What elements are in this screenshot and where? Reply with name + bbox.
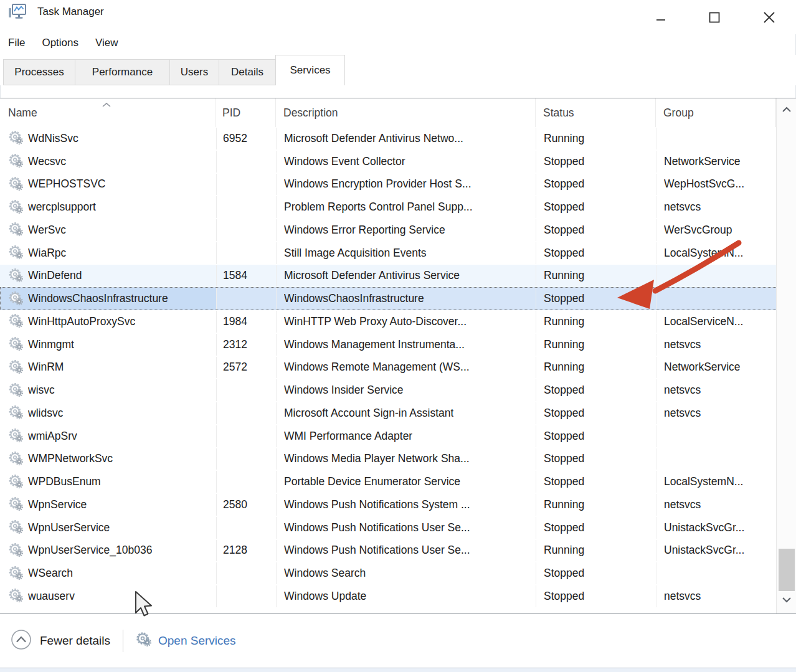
service-description: Portable Device Enumerator Service bbox=[284, 475, 460, 488]
table-row[interactable]: WMPNetworkSvc Windows Media Player Netwo… bbox=[0, 448, 796, 471]
menu-item-view[interactable]: View bbox=[95, 37, 118, 49]
open-services-label: Open Services bbox=[158, 634, 236, 648]
table-row[interactable]: WEPHOSTSVC Windows Encryption Provider H… bbox=[0, 173, 796, 196]
table-row[interactable]: WdNisSvc 6952 Microsoft Defender Antivir… bbox=[0, 127, 796, 150]
minimize-button[interactable] bbox=[647, 5, 675, 30]
service-description: WMI Performance Adapter bbox=[284, 430, 412, 443]
service-group: NetworkService bbox=[664, 155, 741, 168]
tab-details[interactable]: Details bbox=[219, 59, 276, 85]
fewer-details-button[interactable]: Fewer details bbox=[11, 629, 110, 653]
service-name: WinHttpAutoProxySvc bbox=[28, 315, 135, 328]
tab-users[interactable]: Users bbox=[169, 59, 219, 85]
service-group: netsvcs bbox=[664, 384, 701, 397]
window-title: Task Manager bbox=[37, 6, 104, 18]
service-name: wmiApSrv bbox=[28, 430, 77, 443]
service-gear-icon bbox=[9, 200, 24, 215]
table-row[interactable]: WiaRpc Still Image Acquisition Events St… bbox=[0, 242, 796, 265]
service-name: wlidsvc bbox=[28, 407, 63, 420]
service-name: WerSvc bbox=[28, 224, 66, 237]
close-icon bbox=[762, 10, 777, 25]
fewer-details-label: Fewer details bbox=[40, 634, 110, 648]
service-description: WinHTTP Web Proxy Auto-Discover... bbox=[284, 315, 467, 328]
menu-item-file[interactable]: File bbox=[8, 37, 25, 49]
table-row[interactable]: WindowsChaosInfrastructure WindowsChaosI… bbox=[0, 287, 796, 310]
table-row[interactable]: Winmgmt 2312 Windows Management Instrume… bbox=[0, 333, 796, 356]
service-gear-icon bbox=[9, 245, 24, 260]
service-description: Windows Push Notifications System ... bbox=[284, 498, 470, 511]
table-row[interactable]: WinDefend 1584 Microsoft Defender Antivi… bbox=[0, 265, 796, 288]
service-status: Stopped bbox=[544, 521, 584, 534]
services-table: Name PID Description Status Group WdNisS… bbox=[0, 98, 796, 613]
service-gear-icon bbox=[9, 405, 24, 420]
table-row[interactable]: wisvc Windows Insider Service Stopped ne… bbox=[0, 379, 796, 402]
open-services-link[interactable]: Open Services bbox=[136, 632, 236, 651]
table-row[interactable]: WinRM 2572 Windows Remote Management (WS… bbox=[0, 356, 796, 379]
tab-processes[interactable]: Processes bbox=[3, 59, 75, 85]
vertical-scrollbar[interactable] bbox=[776, 98, 796, 613]
table-row[interactable]: WpnUserService_10b036 2128 Windows Push … bbox=[0, 539, 796, 562]
service-group: netsvcs bbox=[664, 590, 701, 603]
service-description: Microsoft Defender Antivirus Netwo... bbox=[284, 132, 463, 145]
table-row[interactable]: WSearch Windows Search Stopped bbox=[0, 562, 796, 585]
service-description: Microsoft Account Sign-in Assistant bbox=[284, 407, 453, 420]
service-description: Microsoft Defender Antivirus Service bbox=[284, 269, 460, 282]
table-row[interactable]: Wecsvc Windows Event Collector Stopped N… bbox=[0, 150, 796, 173]
service-status: Running bbox=[544, 361, 584, 374]
table-row[interactable]: WerSvc Windows Error Reporting Service S… bbox=[0, 219, 796, 242]
tab-services[interactable]: Services bbox=[275, 55, 345, 85]
service-status: Stopped bbox=[544, 224, 584, 237]
service-group: LocalServiceN... bbox=[664, 315, 743, 328]
service-description: Still Image Acquisition Events bbox=[284, 247, 427, 260]
table-row[interactable]: WinHttpAutoProxySvc 1984 WinHTTP Web Pro… bbox=[0, 310, 796, 333]
service-status: Running bbox=[544, 338, 584, 351]
table-header-row: Name PID Description Status Group bbox=[0, 98, 796, 127]
table-row[interactable]: WpnService 2580 Windows Push Notificatio… bbox=[0, 493, 796, 516]
service-group: UnistackSvcGr... bbox=[664, 544, 744, 557]
service-description: Windows Update bbox=[284, 590, 366, 603]
menu-item-options[interactable]: Options bbox=[42, 37, 78, 49]
service-gear-icon bbox=[9, 475, 24, 490]
service-status: Stopped bbox=[544, 155, 584, 168]
service-name: WpnUserService bbox=[28, 521, 110, 534]
fewer-details-icon bbox=[11, 629, 32, 653]
column-header-status[interactable]: Status bbox=[536, 98, 656, 127]
service-gear-icon bbox=[9, 268, 24, 283]
service-name: WpnService bbox=[28, 498, 87, 511]
service-name: wercplsupport bbox=[28, 201, 96, 214]
service-status: Stopped bbox=[544, 430, 584, 443]
maximize-button[interactable] bbox=[700, 5, 729, 30]
service-status: Stopped bbox=[544, 590, 584, 603]
column-header-group[interactable]: Group bbox=[656, 98, 776, 127]
scrollbar-thumb[interactable] bbox=[779, 549, 795, 591]
service-gear-icon bbox=[9, 337, 24, 352]
service-gear-icon bbox=[9, 314, 24, 329]
service-status: Running bbox=[544, 132, 584, 145]
service-pid: 6952 bbox=[223, 132, 247, 145]
service-description: Windows Event Collector bbox=[284, 155, 405, 168]
table-row[interactable]: wuauserv Windows Update Stopped netsvcs bbox=[0, 585, 796, 608]
table-row[interactable]: wercplsupport Problem Reports Control Pa… bbox=[0, 196, 796, 219]
menu-bar: FileOptionsView bbox=[0, 31, 118, 55]
service-name: Wecsvc bbox=[28, 155, 66, 168]
service-description: WindowsChaosInfrastructure bbox=[284, 292, 424, 305]
service-description: Windows Push Notifications User Se... bbox=[284, 521, 470, 534]
column-header-description[interactable]: Description bbox=[276, 98, 536, 127]
service-description: Windows Insider Service bbox=[284, 384, 404, 397]
service-gear-icon bbox=[9, 131, 24, 146]
column-header-pid[interactable]: PID bbox=[216, 98, 276, 127]
tab-performance[interactable]: Performance bbox=[75, 59, 170, 85]
close-button[interactable] bbox=[755, 5, 784, 30]
footer-divider bbox=[123, 630, 123, 652]
service-pid: 2580 bbox=[223, 498, 247, 511]
table-row[interactable]: wlidsvc Microsoft Account Sign-in Assist… bbox=[0, 402, 796, 425]
service-group: UnistackSvcGr... bbox=[664, 521, 744, 534]
service-group: LocalSystemN... bbox=[664, 247, 743, 260]
table-row[interactable]: wmiApSrv WMI Performance Adapter Stopped bbox=[0, 425, 796, 448]
scroll-down-icon[interactable] bbox=[780, 595, 793, 606]
service-description: Windows Remote Management (WS... bbox=[284, 361, 470, 374]
table-row[interactable]: WpnUserService Windows Push Notification… bbox=[0, 516, 796, 539]
table-row[interactable]: WPDBusEnum Portable Device Enumerator Se… bbox=[0, 470, 796, 493]
service-description: Problem Reports Control Panel Supp... bbox=[284, 201, 473, 214]
scroll-up-icon[interactable] bbox=[780, 105, 793, 116]
task-manager-window: Task Manager FileOptionsView ProcessesPe… bbox=[0, 0, 796, 672]
